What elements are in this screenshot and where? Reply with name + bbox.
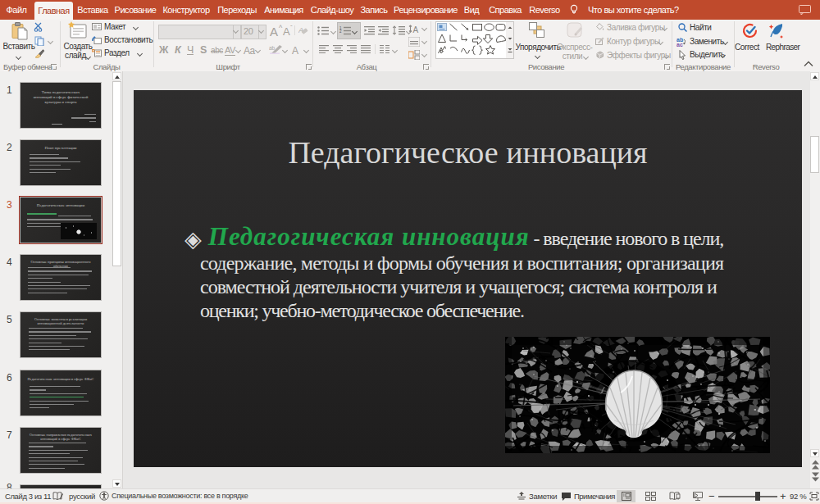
svg-text:ab: ab bbox=[269, 45, 276, 51]
svg-text:ac: ac bbox=[676, 42, 683, 47]
svg-text:2: 2 bbox=[339, 30, 342, 34]
svg-text:A: A bbox=[413, 25, 419, 34]
